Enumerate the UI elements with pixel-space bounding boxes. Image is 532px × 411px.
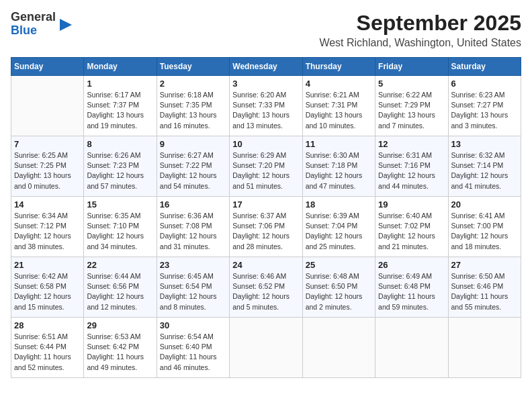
day-info: Sunrise: 6:48 AMSunset: 6:50 PMDaylight:… [306,271,372,312]
calendar-cell: 1Sunrise: 6:17 AMSunset: 7:37 PMDaylight… [84,76,157,136]
day-info: Sunrise: 6:21 AMSunset: 7:31 PMDaylight:… [306,90,372,131]
weekday-header: Sunday [11,58,84,76]
day-info: Sunrise: 6:18 AMSunset: 7:35 PMDaylight:… [160,90,226,131]
day-number: 5 [378,79,445,89]
day-info: Sunrise: 6:27 AMSunset: 7:22 PMDaylight:… [160,150,226,191]
calendar-cell: 24Sunrise: 6:46 AMSunset: 6:52 PMDayligh… [230,257,302,318]
day-info: Sunrise: 6:17 AMSunset: 7:37 PMDaylight:… [87,90,153,131]
day-info: Sunrise: 6:53 AMSunset: 6:42 PMDaylight:… [87,332,153,373]
day-info: Sunrise: 6:26 AMSunset: 7:23 PMDaylight:… [87,150,153,191]
calendar-cell: 21Sunrise: 6:42 AMSunset: 6:58 PMDayligh… [11,257,84,318]
calendar-cell: 29Sunrise: 6:53 AMSunset: 6:42 PMDayligh… [84,318,157,378]
calendar-cell: 8Sunrise: 6:26 AMSunset: 7:23 PMDaylight… [84,136,157,197]
day-info: Sunrise: 6:22 AMSunset: 7:29 PMDaylight:… [378,90,445,131]
calendar-cell: 2Sunrise: 6:18 AMSunset: 7:35 PMDaylight… [157,76,229,136]
weekday-header: Wednesday [230,58,302,76]
day-number: 24 [232,260,299,270]
calendar-cell [302,318,375,378]
day-info: Sunrise: 6:31 AMSunset: 7:16 PMDaylight:… [378,150,445,191]
day-number: 14 [14,199,81,210]
calendar-cell: 30Sunrise: 6:54 AMSunset: 6:40 PMDayligh… [157,318,229,378]
calendar-cell [448,318,521,378]
day-number: 1 [87,79,153,89]
day-number: 6 [451,79,518,89]
day-info: Sunrise: 6:41 AMSunset: 7:00 PMDaylight:… [451,211,518,252]
day-number: 8 [87,139,153,149]
weekday-header: Tuesday [157,58,229,76]
day-number: 21 [14,260,81,270]
day-info: Sunrise: 6:34 AMSunset: 7:12 PMDaylight:… [14,211,81,252]
day-info: Sunrise: 6:49 AMSunset: 6:48 PMDaylight:… [378,271,445,312]
day-info: Sunrise: 6:32 AMSunset: 7:14 PMDaylight:… [451,150,518,191]
svg-marker-0 [60,19,72,31]
day-info: Sunrise: 6:44 AMSunset: 6:56 PMDaylight:… [87,271,153,312]
calendar-cell: 17Sunrise: 6:37 AMSunset: 7:06 PMDayligh… [230,197,302,257]
calendar-cell: 18Sunrise: 6:39 AMSunset: 7:04 PMDayligh… [302,197,375,257]
weekday-header: Saturday [448,58,521,76]
day-info: Sunrise: 6:23 AMSunset: 7:27 PMDaylight:… [451,90,518,131]
day-info: Sunrise: 6:54 AMSunset: 6:40 PMDaylight:… [160,332,226,373]
day-info: Sunrise: 6:20 AMSunset: 7:33 PMDaylight:… [232,90,299,131]
weekday-header: Thursday [302,58,375,76]
day-info: Sunrise: 6:40 AMSunset: 7:02 PMDaylight:… [378,211,445,252]
day-info: Sunrise: 6:51 AMSunset: 6:44 PMDaylight:… [14,332,81,373]
day-number: 11 [306,139,372,149]
calendar-cell: 6Sunrise: 6:23 AMSunset: 7:27 PMDaylight… [448,76,521,136]
calendar-cell: 13Sunrise: 6:32 AMSunset: 7:14 PMDayligh… [448,136,521,197]
day-number: 30 [160,320,226,330]
month-title: September 2025 [319,11,521,36]
day-number: 13 [451,139,518,149]
calendar-cell: 26Sunrise: 6:49 AMSunset: 6:48 PMDayligh… [375,257,448,318]
day-info: Sunrise: 6:36 AMSunset: 7:08 PMDaylight:… [160,211,226,252]
day-number: 20 [451,199,518,210]
calendar-cell: 10Sunrise: 6:29 AMSunset: 7:20 PMDayligh… [230,136,302,197]
day-info: Sunrise: 6:30 AMSunset: 7:18 PMDaylight:… [306,150,372,191]
day-number: 28 [14,320,81,330]
header: General Blue September 2025 West Richlan… [11,11,521,49]
day-number: 2 [160,79,226,89]
logo-text: General Blue [11,11,56,38]
day-info: Sunrise: 6:50 AMSunset: 6:46 PMDaylight:… [451,271,518,312]
day-number: 18 [306,199,372,210]
calendar-cell: 25Sunrise: 6:48 AMSunset: 6:50 PMDayligh… [302,257,375,318]
day-number: 19 [378,199,445,210]
day-info: Sunrise: 6:25 AMSunset: 7:25 PMDaylight:… [14,150,81,191]
day-number: 17 [232,199,299,210]
calendar-table: SundayMondayTuesdayWednesdayThursdayFrid… [11,57,521,378]
day-number: 9 [160,139,226,149]
calendar-cell: 4Sunrise: 6:21 AMSunset: 7:31 PMDaylight… [302,76,375,136]
calendar-cell: 5Sunrise: 6:22 AMSunset: 7:29 PMDaylight… [375,76,448,136]
day-number: 7 [14,139,81,149]
calendar-cell: 3Sunrise: 6:20 AMSunset: 7:33 PMDaylight… [230,76,302,136]
day-number: 23 [160,260,226,270]
calendar-cell: 27Sunrise: 6:50 AMSunset: 6:46 PMDayligh… [448,257,521,318]
calendar-cell: 9Sunrise: 6:27 AMSunset: 7:22 PMDaylight… [157,136,229,197]
day-info: Sunrise: 6:39 AMSunset: 7:04 PMDaylight:… [306,211,372,252]
day-number: 12 [378,139,445,149]
day-info: Sunrise: 6:46 AMSunset: 6:52 PMDaylight:… [232,271,299,312]
day-number: 4 [306,79,372,89]
day-info: Sunrise: 6:29 AMSunset: 7:20 PMDaylight:… [232,150,299,191]
day-info: Sunrise: 6:45 AMSunset: 6:54 PMDaylight:… [160,271,226,312]
day-number: 29 [87,320,153,330]
calendar-cell: 19Sunrise: 6:40 AMSunset: 7:02 PMDayligh… [375,197,448,257]
calendar-cell [11,76,84,136]
day-number: 16 [160,199,226,210]
calendar-cell: 28Sunrise: 6:51 AMSunset: 6:44 PMDayligh… [11,318,84,378]
day-info: Sunrise: 6:37 AMSunset: 7:06 PMDaylight:… [232,211,299,252]
calendar-cell: 14Sunrise: 6:34 AMSunset: 7:12 PMDayligh… [11,197,84,257]
calendar-cell [375,318,448,378]
day-info: Sunrise: 6:42 AMSunset: 6:58 PMDaylight:… [14,271,81,312]
calendar-cell: 11Sunrise: 6:30 AMSunset: 7:18 PMDayligh… [302,136,375,197]
logo: General Blue [11,11,73,38]
day-number: 3 [232,79,299,89]
day-number: 25 [306,260,372,270]
title-area: September 2025 West Richland, Washington… [319,11,521,49]
weekday-header: Monday [84,58,157,76]
calendar-cell: 22Sunrise: 6:44 AMSunset: 6:56 PMDayligh… [84,257,157,318]
day-number: 10 [232,139,299,149]
calendar-cell: 12Sunrise: 6:31 AMSunset: 7:16 PMDayligh… [375,136,448,197]
calendar-cell: 7Sunrise: 6:25 AMSunset: 7:25 PMDaylight… [11,136,84,197]
logo-icon [58,17,73,32]
calendar-cell: 20Sunrise: 6:41 AMSunset: 7:00 PMDayligh… [448,197,521,257]
